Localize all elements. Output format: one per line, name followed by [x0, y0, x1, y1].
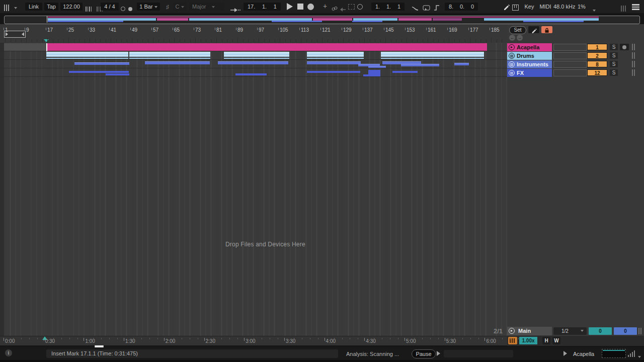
stop-button[interactable] [297, 4, 303, 10]
re-enable-automation-icon[interactable] [340, 5, 346, 14]
track-lane-drums[interactable] [0, 51, 507, 60]
track-name-drums[interactable]: Drums [507, 52, 552, 60]
optimize-width-button[interactable]: W [552, 337, 560, 344]
undo-view-arrow-button[interactable]: ← [509, 35, 515, 41]
instruments-clip[interactable] [307, 61, 361, 64]
fx-clip[interactable] [392, 71, 418, 73]
instruments-clip[interactable] [145, 61, 210, 64]
main-pan-field[interactable]: 0 [589, 327, 612, 335]
draw-mode-icon[interactable] [503, 3, 510, 12]
loop-start-field[interactable]: 1.1.1 [371, 3, 405, 11]
track-header-row[interactable]: Instruments8S [507, 60, 644, 68]
cpu-menu-caret-icon[interactable] [593, 6, 596, 15]
track-name-fx[interactable]: FX [507, 69, 552, 77]
track-header-row[interactable]: FX12S [507, 69, 644, 77]
track-solo-button[interactable]: S [610, 69, 618, 76]
track-io-box[interactable] [553, 69, 587, 76]
mini-clip-display[interactable] [602, 349, 626, 358]
fx-clip[interactable] [235, 73, 267, 75]
scale-menu[interactable]: Major [189, 3, 224, 11]
drums-clip[interactable] [381, 52, 484, 59]
follow-toggle-icon[interactable] [508, 337, 517, 344]
track-solo-button[interactable]: S [610, 52, 618, 59]
capture-selection-icon[interactable] [348, 4, 355, 10]
track-io-box[interactable] [553, 52, 587, 59]
instruments-clip[interactable] [401, 64, 439, 66]
main-track-header[interactable]: Main [507, 327, 552, 335]
track-io-box[interactable] [553, 44, 587, 51]
acapella-clip[interactable] [46, 43, 487, 51]
quantize-menu[interactable]: 1 Bar [137, 3, 160, 11]
track-name-acapella[interactable]: Acapella [507, 43, 552, 51]
instruments-clip[interactable] [454, 63, 469, 65]
draw-mode-button[interactable] [528, 26, 539, 33]
track-lane-fx[interactable] [0, 68, 507, 77]
insert-marker-icon[interactable] [44, 39, 49, 42]
cpu-load-field[interactable]: 1% [578, 4, 586, 10]
playback-speed-field[interactable]: 1.00x [519, 337, 537, 344]
track-arm-button[interactable] [620, 44, 629, 50]
computer-midi-keyboard-icon[interactable] [512, 4, 519, 13]
record-button[interactable] [307, 4, 314, 10]
tempo-field[interactable]: 122.00 [60, 3, 83, 11]
track-fold-icon[interactable] [509, 61, 515, 67]
new-midi-button[interactable]: + [323, 2, 327, 10]
beat-time-ruler[interactable]: 1917253341495765738189971051131211291371… [0, 24, 507, 43]
control-bar-chooser-icon[interactable] [4, 3, 17, 12]
track-activator[interactable]: 12 [587, 69, 607, 76]
punch-in-icon[interactable] [434, 4, 440, 13]
loop-length-field[interactable]: 8.0.0 [445, 3, 478, 11]
instruments-clip[interactable] [368, 66, 386, 68]
lock-envelopes-button[interactable] [541, 26, 552, 33]
follow-icon[interactable] [230, 5, 240, 14]
track-solo-button[interactable]: S [610, 61, 618, 67]
track-play-icon[interactable] [509, 44, 515, 50]
drums-clip[interactable] [224, 52, 289, 59]
fx-clip[interactable] [307, 71, 360, 73]
track-io-box[interactable] [553, 61, 587, 68]
main-grid-interval-menu[interactable]: 1/2 [553, 327, 587, 335]
track-activator[interactable]: 8 [587, 61, 607, 67]
tap-tempo-button[interactable]: Tap [44, 3, 58, 11]
time-signature-field[interactable]: 4 / 4 [101, 3, 119, 11]
fx-clip[interactable] [69, 71, 129, 73]
play-button[interactable] [287, 3, 293, 10]
menu-icon[interactable] [632, 4, 639, 10]
midi-map-button[interactable]: MIDI [537, 3, 553, 11]
track-header-row[interactable]: Acapella1S [507, 43, 644, 51]
fx-clip[interactable] [368, 70, 380, 74]
fx-clip[interactable] [106, 73, 129, 75]
track-name-instruments[interactable]: Instruments [507, 60, 552, 68]
drums-clip[interactable] [46, 52, 128, 59]
arrangement-position-field[interactable]: 17.1.1 [244, 3, 281, 11]
output-meter-icon[interactable] [628, 350, 636, 357]
automation-curve-icon[interactable] [412, 4, 419, 13]
optimize-height-button[interactable]: H [542, 337, 550, 344]
drums-clip[interactable] [129, 52, 210, 59]
time-ruler[interactable]: 0:000:301:001:302:002:303:003:304:004:30… [0, 336, 507, 345]
capture-midi-icon[interactable] [357, 4, 363, 10]
track-fold-icon[interactable] [509, 70, 515, 76]
drums-clip[interactable] [307, 52, 364, 59]
instruments-clip[interactable] [74, 62, 129, 65]
track-activator[interactable]: 2 [587, 52, 607, 59]
track-fold-icon[interactable] [509, 53, 515, 59]
instruments-clip[interactable] [218, 61, 288, 64]
track-header-row[interactable]: Drums2S [507, 52, 644, 60]
pause-analysis-button[interactable]: Pause [412, 349, 436, 358]
redo-view-arrow-button[interactable]: → [517, 35, 523, 41]
track-lane-acapella[interactable] [0, 43, 507, 51]
key-map-button[interactable]: Key [522, 3, 536, 11]
track-activator[interactable]: 1 [587, 44, 607, 50]
arrangement-area[interactable]: Drop Files and Devices Here 2/1 [0, 43, 507, 336]
arrangement-overview[interactable] [4, 16, 640, 24]
key-root-menu[interactable]: C [173, 3, 186, 11]
automation-link-icon[interactable] [332, 4, 338, 13]
set-locator-button[interactable]: Set [509, 26, 526, 34]
main-volume-field[interactable]: 0 [614, 327, 637, 335]
loop-switch-icon[interactable] [423, 4, 430, 13]
track-lane-instruments[interactable] [0, 60, 507, 68]
link-button[interactable]: Link [25, 3, 42, 11]
track-solo-button[interactable]: S [610, 44, 618, 50]
fx-clip[interactable] [363, 74, 380, 76]
